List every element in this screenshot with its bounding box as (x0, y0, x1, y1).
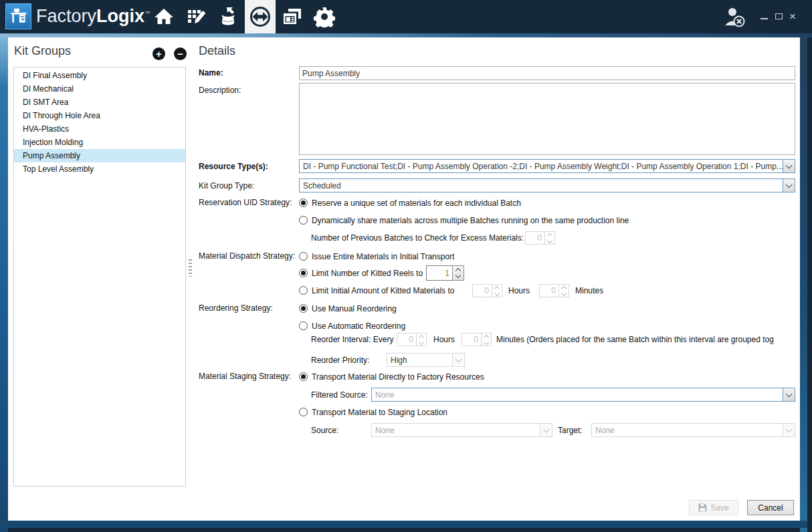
radio-limit-reels-label[interactable]: Limit Number of Kitted Reels to (312, 269, 423, 279)
spinner-up-down-icon[interactable] (481, 333, 492, 346)
production-windows-icon[interactable] (277, 0, 308, 33)
titlebar: FactoryLogix™ (0, 0, 812, 33)
kit-group-type-label: Kit Group Type: (199, 181, 254, 191)
radio-reserve-unique-label[interactable]: Reserve a unique set of materials for ea… (312, 198, 521, 209)
add-kit-group-button[interactable]: + (153, 47, 165, 60)
list-item[interactable]: HVA-Plastics (14, 122, 185, 136)
name-input[interactable] (299, 66, 795, 80)
radio-limit-reels[interactable] (299, 269, 308, 277)
list-item[interactable]: Top Level Assembly (14, 162, 185, 176)
splitter-grip[interactable] (189, 259, 192, 277)
minimize-button[interactable] (758, 9, 769, 23)
kitted-reels-spinner[interactable]: 1 (426, 265, 464, 281)
close-button[interactable]: × (787, 9, 798, 23)
desk-icon (9, 7, 28, 26)
reorder-interval-label: Reorder Interval: Every (311, 335, 393, 345)
spinner-up-down-icon[interactable] (416, 333, 427, 346)
spinner-up-down-icon[interactable] (492, 284, 502, 297)
radio-share-materials[interactable] (299, 216, 308, 225)
app-window: FactoryLogix™ (0, 0, 812, 532)
source-dropdown: None (371, 423, 552, 437)
source-label: Source: (311, 426, 338, 436)
planning-grid-icon[interactable] (181, 0, 211, 33)
kit-groups-title: Kit Groups (14, 44, 71, 58)
staging-strategy-label: Material Staging Strategy: (199, 372, 291, 382)
description-input[interactable] (299, 83, 795, 155)
list-item[interactable]: Injection Molding (14, 136, 185, 149)
list-item[interactable]: DI SMT Area (14, 96, 185, 109)
list-item-selected[interactable]: Pump Assembly (14, 149, 185, 162)
window-frame-left (0, 37, 8, 532)
radio-manual-reordering-label[interactable]: Use Manual Reordering (312, 304, 397, 314)
spinner-up-down-icon[interactable] (452, 265, 464, 281)
filtered-source-dropdown[interactable]: None (371, 388, 795, 402)
window-frame-bottom (0, 521, 807, 528)
radio-share-materials-label[interactable]: Dynamically share materials across multi… (312, 216, 629, 226)
chevron-down-icon[interactable] (783, 160, 795, 172)
factorylogix-logo (5, 3, 31, 29)
resource-types-dropdown[interactable]: DI - Pump Functional Test;DI - Pump Asse… (299, 159, 795, 173)
maximize-icon (775, 13, 783, 19)
list-item[interactable]: DI Final Assembly (14, 69, 185, 82)
hours-label: Hours (433, 335, 455, 345)
reorder-priority-dropdown: High (387, 353, 465, 367)
spinner-up-down-icon[interactable] (544, 231, 555, 245)
resource-types-label: Resource Type(s): (199, 162, 268, 172)
chevron-down-icon (783, 424, 795, 436)
radio-transport-staging[interactable] (299, 408, 308, 416)
close-icon: × (789, 11, 796, 22)
logistics-icon[interactable] (245, 0, 276, 33)
maximize-button[interactable] (773, 9, 784, 23)
window-frame-right (800, 37, 807, 532)
radio-automatic-reordering[interactable] (299, 321, 308, 330)
radio-transport-staging-label[interactable]: Transport Material to Staging Location (312, 408, 447, 418)
minimize-icon (760, 18, 768, 19)
kit-group-type-dropdown[interactable]: Scheduled (299, 178, 795, 192)
main-nav (148, 0, 340, 33)
radio-transport-direct[interactable] (299, 372, 308, 381)
dispatch-strategy-label: Material Dispatch Strategy: (199, 251, 295, 261)
target-label: Target: (558, 426, 583, 436)
prev-batches-label: Number of Previous Batches to Check for … (311, 233, 524, 243)
prev-batches-spinner[interactable]: 0 (525, 231, 555, 245)
app-title: FactoryLogix™ (36, 6, 150, 27)
cancel-button[interactable]: Cancel (747, 500, 794, 515)
radio-issue-entire[interactable] (299, 252, 308, 261)
kit-groups-list: DI Final Assembly DI Mechanical DI SMT A… (13, 67, 186, 487)
reorder-priority-label: Reorder Priority: (311, 356, 369, 366)
radio-transport-direct-label[interactable]: Transport Material Directly to Factory R… (312, 372, 484, 382)
list-item[interactable]: DI Mechanical (14, 82, 185, 96)
hours-label: Hours (508, 286, 530, 296)
save-button[interactable]: Save (689, 500, 738, 515)
reordering-strategy-label: Reordering Strategy: (199, 303, 273, 313)
remove-kit-group-button[interactable]: − (174, 47, 187, 60)
radio-issue-entire-label[interactable]: Issue Entire Materials in Initial Transp… (312, 252, 454, 262)
minutes-note-label: Minutes (Orders placed for the same Batc… (496, 335, 795, 345)
spinner-up-down-icon[interactable] (559, 284, 569, 297)
radio-limit-amount[interactable] (299, 286, 308, 295)
name-label: Name: (199, 68, 223, 78)
description-label: Description: (199, 86, 241, 96)
chevron-down-icon (452, 354, 464, 366)
radio-manual-reordering[interactable] (299, 304, 308, 313)
radio-reserve-unique[interactable] (299, 198, 308, 207)
minutes-label: Minutes (575, 286, 603, 296)
chevron-down-icon[interactable] (783, 388, 795, 401)
amount-minutes-spinner[interactable]: 0 (539, 284, 569, 297)
settings-gear-icon[interactable] (309, 0, 340, 33)
home-icon[interactable] (148, 0, 179, 33)
list-item[interactable]: DI Through Hole Area (14, 109, 185, 122)
materials-icon[interactable] (213, 0, 243, 33)
filtered-source-label: Filtered Source: (311, 390, 368, 400)
interval-minutes-spinner[interactable]: 0 (462, 333, 492, 346)
details-title: Details (199, 44, 235, 58)
radio-limit-amount-label[interactable]: Limit Initial Amount of Kitted Materials… (312, 286, 454, 296)
interval-hours-spinner[interactable]: 0 (397, 333, 427, 346)
amount-hours-spinner[interactable]: 0 (472, 284, 502, 297)
chevron-down-icon (540, 424, 552, 436)
user-logout-icon[interactable] (724, 7, 746, 28)
reservation-strategy-label: Reservation UID Strategy: (199, 198, 292, 208)
radio-automatic-reordering-label[interactable]: Use Automatic Reordering (312, 321, 405, 331)
chevron-down-icon[interactable] (783, 179, 795, 192)
save-floppy-icon (698, 503, 707, 512)
